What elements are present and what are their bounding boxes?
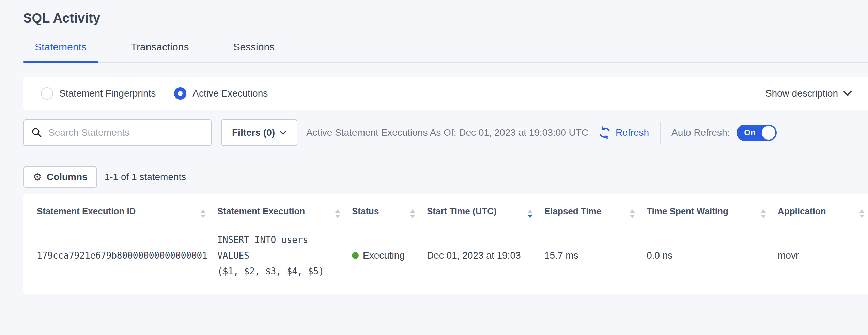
result-count: 1-1 of 1 statements xyxy=(105,172,186,183)
tab-bar: Statements Transactions Sessions xyxy=(23,41,868,63)
show-description-button[interactable]: Show description xyxy=(765,88,852,99)
cell-status: Executing xyxy=(352,230,427,281)
search-icon xyxy=(31,127,42,138)
status-label: Executing xyxy=(363,250,405,261)
view-mode-card: Statement Fingerprints Active Executions… xyxy=(23,77,868,110)
toggle-state-label[interactable]: On xyxy=(744,128,755,137)
chevron-down-icon xyxy=(843,91,852,96)
cell-statement: INSERT INTO users VALUES ($1, $2, $3, $4… xyxy=(217,230,352,281)
controls-row: Filters (0) Active Statement Executions … xyxy=(23,119,868,146)
refresh-icon[interactable] xyxy=(598,126,611,140)
page-title: SQL Activity xyxy=(23,0,868,26)
status-executing-dot-icon xyxy=(352,252,359,259)
tab-statements[interactable]: Statements xyxy=(23,41,98,62)
radio-selected-icon[interactable] xyxy=(174,87,186,100)
col-header-application[interactable]: Application xyxy=(778,194,868,230)
toggle-knob[interactable] xyxy=(762,126,775,140)
search-input[interactable] xyxy=(48,127,203,138)
col-header-statement-execution[interactable]: Statement Execution xyxy=(217,194,352,230)
statements-table-card: Statement Execution ID Statement Executi… xyxy=(23,194,868,294)
col-header-time-spent-waiting[interactable]: Time Spent Waiting xyxy=(647,194,778,230)
table-toolbar: ⚙ Columns 1-1 of 1 statements xyxy=(23,166,868,188)
sort-icon-active-desc[interactable] xyxy=(527,209,533,218)
col-header-status[interactable]: Status xyxy=(352,194,427,230)
auto-refresh-label: Auto Refresh: xyxy=(671,127,730,138)
radio-statement-fingerprints[interactable]: Statement Fingerprints xyxy=(41,87,156,100)
sort-icon[interactable] xyxy=(761,209,766,218)
table-row[interactable]: 179cca7921e679b80000000000000001 INSERT … xyxy=(37,230,868,281)
show-description-label[interactable]: Show description xyxy=(765,88,838,99)
cell-application: movr xyxy=(778,230,868,281)
filters-label[interactable]: Filters (0) xyxy=(232,127,275,138)
sort-icon[interactable] xyxy=(200,209,206,218)
table-header-row: Statement Execution ID Statement Executi… xyxy=(37,194,868,230)
tab-sessions[interactable]: Sessions xyxy=(221,41,286,62)
cell-start-time: Dec 01, 2023 at 19:03 xyxy=(427,230,544,281)
cell-time-spent-waiting: 0.0 ns xyxy=(647,230,778,281)
radio-active-executions[interactable]: Active Executions xyxy=(174,87,268,100)
cell-execution-id[interactable]: 179cca7921e679b80000000000000001 xyxy=(37,230,217,281)
columns-label[interactable]: Columns xyxy=(47,172,88,183)
radio-unselected-icon[interactable] xyxy=(41,87,53,100)
col-header-start-time[interactable]: Start Time (UTC) xyxy=(427,194,544,230)
sql-activity-page: SQL Activity Statements Transactions Ses… xyxy=(0,0,868,335)
chevron-down-icon xyxy=(280,131,286,135)
tab-transactions[interactable]: Transactions xyxy=(119,41,201,62)
col-header-elapsed-time[interactable]: Elapsed Time xyxy=(544,194,647,230)
radio-label[interactable]: Statement Fingerprints xyxy=(59,88,156,99)
radio-label[interactable]: Active Executions xyxy=(192,88,268,99)
columns-button[interactable]: ⚙ Columns xyxy=(23,166,97,188)
search-box[interactable] xyxy=(23,119,212,146)
as-of-timestamp: Active Statement Executions As Of: Dec 0… xyxy=(306,127,588,138)
refresh-button[interactable]: Refresh xyxy=(598,126,649,140)
sort-icon[interactable] xyxy=(630,209,635,218)
statements-table: Statement Execution ID Statement Executi… xyxy=(37,194,868,281)
sort-icon[interactable] xyxy=(335,209,340,218)
sort-icon[interactable] xyxy=(859,209,865,218)
sort-icon[interactable] xyxy=(410,209,415,218)
cell-elapsed-time: 15.7 ms xyxy=(544,230,647,281)
refresh-label[interactable]: Refresh xyxy=(616,127,649,138)
vertical-divider xyxy=(660,122,661,144)
filters-button[interactable]: Filters (0) xyxy=(221,119,297,146)
col-header-statement-execution-id[interactable]: Statement Execution ID xyxy=(37,194,217,230)
auto-refresh-toggle[interactable]: On xyxy=(737,125,777,141)
gear-icon: ⚙ xyxy=(33,172,42,182)
